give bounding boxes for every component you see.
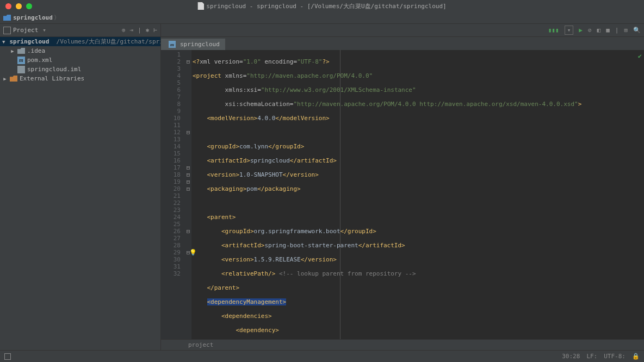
tree-item-label: pom.xml xyxy=(27,57,52,64)
tree-item-label: springcloud.iml xyxy=(27,66,81,73)
separator: | xyxy=(138,27,141,34)
project-sidebar: Project ▾ ⊕ ⇥ | ✱ ⊢ ▼ springcloud /Volum… xyxy=(0,24,161,350)
line-gutter: 1234567891011121314151617181920212223242… xyxy=(161,50,185,339)
titlebar: springcloud - springcloud - [/Volumes/大白… xyxy=(0,0,644,12)
margin-line xyxy=(340,50,340,339)
maximize-window-icon[interactable] xyxy=(26,3,32,9)
breadcrumb-item[interactable]: project xyxy=(188,341,213,348)
tree-external-libs[interactable]: ▶ External Libraries xyxy=(0,74,160,83)
autoscroll-icon[interactable]: ⊕ xyxy=(122,27,126,34)
expand-arrow-icon[interactable]: ▶ xyxy=(10,48,15,54)
run-config-dropdown[interactable]: ▾ xyxy=(565,26,574,35)
maven-icon: m xyxy=(17,57,25,64)
sidebar-toolbar: Project ▾ ⊕ ⇥ | ✱ ⊢ xyxy=(0,24,160,37)
gear-icon[interactable]: ✱ xyxy=(146,27,150,34)
project-view-icon[interactable] xyxy=(3,27,11,34)
run-icon[interactable]: ▶ xyxy=(579,27,583,34)
code-content[interactable]: <?xml version="1.0" encoding="UTF-8"?> <… xyxy=(191,50,644,339)
fold-column[interactable]: ⊟⊟⊟⊟⊟⊟⊟⊟ xyxy=(185,50,191,339)
maven-icon: m xyxy=(169,41,176,48)
project-view-label[interactable]: Project xyxy=(13,27,38,34)
stop-icon[interactable]: ■ xyxy=(606,27,610,34)
separator: | xyxy=(615,27,619,34)
tree-item-label: External Libraries xyxy=(20,75,84,82)
coverage-icon[interactable]: ◧ xyxy=(597,27,601,34)
expand-arrow-icon[interactable]: ▼ xyxy=(2,39,5,45)
cursor-position[interactable]: 30:28 xyxy=(562,353,580,360)
close-window-icon[interactable] xyxy=(5,3,11,9)
dropdown-icon[interactable]: ▾ xyxy=(42,27,46,34)
project-tree[interactable]: ▼ springcloud /Volumes/大白菜U盘/gitchat/spr… xyxy=(0,37,160,350)
folder-icon xyxy=(3,15,11,21)
build-icon[interactable]: ▮▮▮ xyxy=(548,27,559,34)
tree-root-path: /Volumes/大白菜U盘/gitchat/springclo xyxy=(49,38,160,46)
code-area[interactable]: ✔ 12345678910111213141516171819202122232… xyxy=(161,50,644,339)
layout-icon[interactable]: ⊞ xyxy=(624,27,628,34)
file-icon xyxy=(197,2,204,10)
expand-arrow-icon[interactable]: ▶ xyxy=(2,76,8,82)
lock-icon[interactable]: 🔒 xyxy=(632,353,640,360)
library-icon xyxy=(10,76,17,82)
debug-icon[interactable]: ⊘ xyxy=(588,27,592,34)
tree-root[interactable]: ▼ springcloud /Volumes/大白菜U盘/gitchat/spr… xyxy=(0,37,160,46)
editor: ▮▮▮ ▾ ▶ ⊘ ◧ ■ | ⊞ 🔍 m springcloud ✔ 1234… xyxy=(161,24,644,350)
tree-item-iml[interactable]: springcloud.iml xyxy=(0,65,160,74)
chevron-icon: 〉 xyxy=(54,14,60,22)
file-encoding[interactable]: UTF-8: xyxy=(604,353,626,360)
title-text: springcloud - springcloud - [/Volumes/大白… xyxy=(206,2,446,10)
tree-item-label: .idea xyxy=(27,47,45,54)
breadcrumb-bar[interactable]: project xyxy=(161,339,644,350)
tab-label: springcloud xyxy=(180,41,220,48)
editor-tabs: m springcloud xyxy=(161,37,644,50)
folder-icon xyxy=(17,48,25,54)
navigation-bar: springcloud 〉 xyxy=(0,12,644,24)
editor-toolbar: ▮▮▮ ▾ ▶ ⊘ ◧ ■ | ⊞ 🔍 xyxy=(161,24,644,37)
search-icon[interactable]: 🔍 xyxy=(633,27,641,34)
collapse-icon[interactable]: ⇥ xyxy=(130,27,134,34)
status-bar: 30:28 LF: UTF-8: 🔒 xyxy=(0,350,644,362)
window-title: springcloud - springcloud - [/Volumes/大白… xyxy=(197,2,446,10)
tree-item-pom[interactable]: m pom.xml xyxy=(0,55,160,65)
inspection-ok-icon[interactable]: ✔ xyxy=(638,52,642,60)
iml-file-icon xyxy=(17,66,25,73)
tool-windows-icon[interactable] xyxy=(4,353,11,360)
tree-item-idea[interactable]: ▶ .idea xyxy=(0,46,160,55)
window-controls xyxy=(0,3,32,9)
tree-root-label: springcloud xyxy=(9,38,49,45)
nav-project-name[interactable]: springcloud xyxy=(13,14,53,21)
intention-bulb-icon[interactable]: 💡 xyxy=(189,249,197,256)
tab-springcloud[interactable]: m springcloud xyxy=(161,38,225,50)
minimize-window-icon[interactable] xyxy=(16,3,22,9)
selected-tag: <dependencyManagement> xyxy=(207,298,287,305)
line-separator[interactable]: LF: xyxy=(586,353,597,360)
hide-icon[interactable]: ⊢ xyxy=(153,27,157,34)
